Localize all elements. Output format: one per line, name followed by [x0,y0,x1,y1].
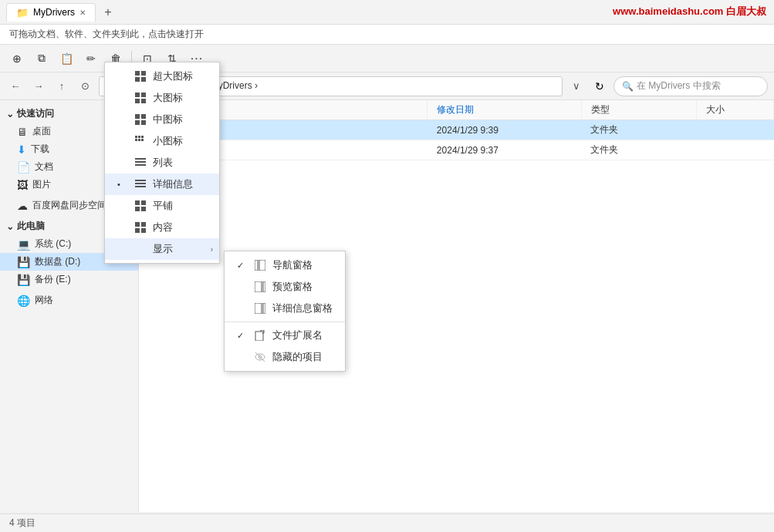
svg-rect-17 [141,139,144,141]
menu-item-large-icon[interactable]: 大图标 [105,87,219,109]
check-nav: ✓ [237,261,248,271]
svg-rect-29 [141,222,146,227]
col-type[interactable]: 类型 [581,100,697,120]
svg-rect-26 [135,207,140,211]
new-button[interactable]: ⊕ [6,48,28,69]
context-menu: 超大图标 大图标 中图标 小图标 [104,62,220,264]
refresh-icon: ↻ [595,80,604,93]
details-label: 详细信息 [153,177,193,191]
svg-rect-32 [255,260,258,271]
active-tab[interactable]: 📁 MyDrivers ✕ [6,3,96,22]
tab-close-btn[interactable]: ✕ [79,8,86,17]
sidebar-item-e[interactable]: 💾 备份 (E:) [0,271,138,288]
svg-rect-25 [141,200,146,205]
copy-button[interactable]: ⧉ [31,48,52,69]
submenu-item-preview[interactable]: 预览窗格 [225,276,345,298]
svg-rect-3 [141,77,146,82]
small-label: 小图标 [153,134,183,148]
hidden-label: 隐藏的项目 [272,350,323,364]
col-modified[interactable]: 修改日期 [428,100,581,120]
menu-item-list[interactable]: 列表 [105,152,219,173]
menu-item-details[interactable]: • 详细信息 [105,173,219,195]
svg-rect-10 [135,120,140,125]
menu-item-xlarge-icon[interactable]: 超大图标 [105,66,219,87]
rename-button[interactable]: ✏ [80,48,102,69]
row1-type: 文件夹 [581,120,697,140]
menu-item-medium-icon[interactable]: 中图标 [105,109,219,130]
nav-label: 导航窗格 [272,258,313,272]
submenu-arrow: › [211,245,213,254]
title-bar: 📁 MyDrivers ✕ + www.baimeidashu.com 白眉大叔 [0,0,774,25]
drag-banner: 可拖动文档、软件、文件夹到此，点击快速打开 [0,25,774,45]
svg-rect-34 [255,281,262,292]
menu-item-tiles[interactable]: 平铺 [105,195,219,217]
svg-rect-13 [138,136,140,138]
dropdown-icon: ∨ [573,80,580,92]
extensions-label: 文件扩展名 [272,328,323,342]
submenu-item-nav[interactable]: ✓ 导航窗格 [225,254,345,276]
network-icon: 🌐 [17,295,30,307]
svg-rect-1 [141,71,146,76]
pictures-icon: 🖼 [17,179,28,191]
up-button[interactable]: ↑ [52,77,71,96]
svg-rect-35 [263,281,265,292]
refresh-button[interactable]: ↻ [590,77,609,96]
svg-rect-16 [138,139,140,141]
svg-rect-24 [135,200,140,205]
row2-size [697,140,774,160]
details-pane-icon [254,302,266,315]
content-icon [134,221,147,234]
back-button[interactable]: ← [6,77,25,96]
svg-rect-7 [141,99,146,103]
sidebar-item-network[interactable]: 🌐 网络 [0,291,138,309]
content-label: 内容 [153,221,173,234]
menu-item-content[interactable]: 内容 [105,217,219,238]
check-extensions: ✓ [237,331,248,341]
submenu-item-extensions[interactable]: ✓ 文件扩展名 [225,325,345,346]
thispc-collapse-icon: ⌄ [6,221,14,232]
c-drive-icon: 💻 [17,238,30,251]
list-label: 列表 [153,156,173,170]
submenu-item-hidden[interactable]: 隐藏的项目 [225,346,345,368]
nav-icon [254,259,266,271]
svg-rect-5 [141,93,146,97]
list-icon [134,157,147,169]
svg-rect-28 [135,222,140,227]
dropdown-btn[interactable]: ∨ [567,77,586,96]
svg-rect-14 [141,136,144,138]
svg-rect-18 [135,158,146,160]
row2-modified: 2024/1/29 9:37 [428,140,581,160]
svg-rect-31 [141,228,146,233]
documents-icon: 📄 [17,161,30,173]
xlarge-icon-icon [134,70,147,82]
preview-label: 预览窗格 [272,280,313,294]
svg-rect-20 [135,164,146,166]
menu-item-small-icon[interactable]: 小图标 [105,130,219,152]
new-tab-btn[interactable]: + [99,3,117,22]
submenu-item-details-pane[interactable]: 详细信息窗格 [225,298,345,319]
svg-rect-36 [255,303,262,314]
download-icon: ⬇ [17,143,26,156]
svg-rect-2 [135,77,140,82]
search-box[interactable]: 🔍 在 MyDrivers 中搜索 [613,76,768,96]
svg-rect-0 [135,71,140,76]
show-icon [134,243,147,255]
svg-rect-8 [135,114,140,119]
svg-rect-15 [135,139,137,141]
status-text: 4 项目 [9,517,35,530]
desktop-icon: 🖥 [17,126,28,138]
col-size[interactable]: 大小 [697,100,774,120]
network-section: 🌐 网络 [0,291,138,309]
table-row[interactable]: 📁 ... 2024/1/29 9:39 文件夹 [139,120,774,140]
forward-button[interactable]: → [29,77,48,96]
recent-button[interactable]: ⊙ [76,77,94,96]
medium-label: 中图标 [153,113,183,126]
table-row[interactable]: 📁 ... 2024/1/29 9:37 文件夹 [139,140,774,160]
small-icon-icon [134,135,147,147]
paste-button[interactable]: 📋 [56,48,77,69]
svg-rect-6 [135,99,140,103]
menu-item-show[interactable]: 显示 › [105,238,219,260]
rename-icon: ✏ [86,52,96,65]
up-icon: ↑ [59,80,65,92]
svg-rect-11 [141,120,146,125]
